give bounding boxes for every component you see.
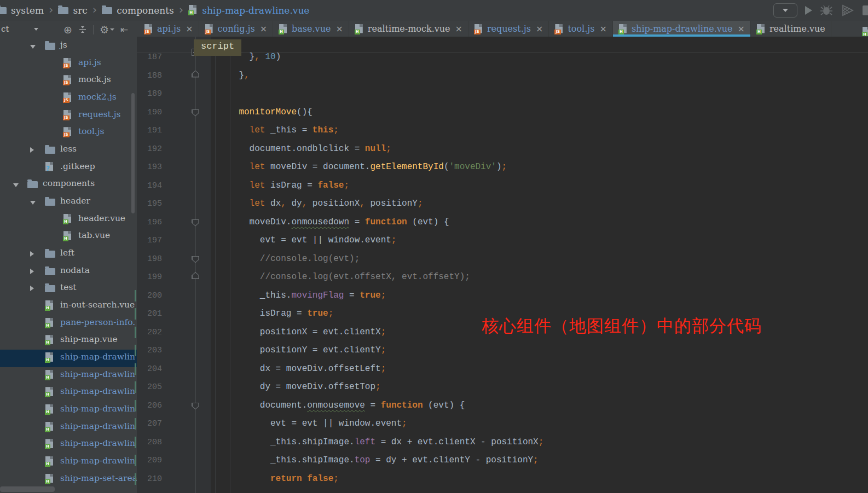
chevron-collapsed-icon[interactable] <box>30 286 34 291</box>
breadcrumb-tag-script[interactable]: script <box>194 39 241 56</box>
code-line[interactable]: 198 //console.log(evt); <box>137 250 868 269</box>
vue-file-icon: H <box>618 24 628 35</box>
tree-item-mock2.js[interactable]: JSmock2.js <box>0 90 137 107</box>
folder-icon <box>45 147 55 154</box>
code-line[interactable]: 203 positionY = evt.clientY; <box>137 341 868 360</box>
stop-icon[interactable] <box>863 5 868 15</box>
chevron-collapsed-icon[interactable] <box>30 269 34 274</box>
close-icon[interactable]: × <box>599 24 606 34</box>
tree-item-ship-map.vue[interactable]: Hship-map.vue <box>0 332 137 350</box>
tree-item-pane-person-info.[interactable]: Hpane-person-info. <box>0 315 137 333</box>
code-line[interactable]: 194 let isDrag = false; <box>137 177 868 195</box>
fold-marker-icon[interactable] <box>192 109 199 117</box>
tree-item-ship-map-drawlin[interactable]: Hship-map-drawlin <box>0 419 137 437</box>
tree-item-test[interactable]: test <box>0 280 137 298</box>
tree-item-components[interactable]: components <box>0 176 137 194</box>
fold-marker-icon[interactable] <box>192 272 199 279</box>
tree-item-header[interactable]: header <box>0 194 137 211</box>
tree-item-in-out-search.vue[interactable]: Hin-out-search.vue <box>0 298 137 315</box>
code-line[interactable]: 192 document.ondblclick = null; <box>137 140 868 159</box>
chevron-expanded-icon[interactable] <box>30 45 36 49</box>
close-icon[interactable]: × <box>738 24 745 34</box>
tree-item-header.vue[interactable]: Hheader.vue <box>0 211 137 229</box>
code-line[interactable]: 207 evt = evt || window.event; <box>137 415 868 433</box>
tree-item-ship-map-set-area[interactable]: Hship-map-set-area <box>0 471 137 489</box>
tree-item-left[interactable]: left <box>0 246 137 263</box>
tree-item-api.js[interactable]: JSapi.js <box>0 55 137 73</box>
debug-bug-icon[interactable] <box>820 4 833 17</box>
breadcrumb-label: src <box>73 5 87 16</box>
tree-item-nodata[interactable]: nodata <box>0 263 137 281</box>
code-line[interactable]: 206 document.onmousemove = function (evt… <box>137 397 868 415</box>
chevron-down-icon[interactable] <box>34 28 38 31</box>
tab-api.js[interactable]: JSapi.js× <box>138 21 199 37</box>
code-line[interactable]: 187 }, 10) <box>137 48 868 67</box>
tab-tool.js[interactable]: JStool.js× <box>549 21 612 37</box>
code-line[interactable]: 190 monitorMove(){ <box>137 103 868 122</box>
code-line[interactable]: 210 return false; <box>137 470 868 489</box>
breadcrumb-item[interactable]: src <box>58 5 87 16</box>
tree-item-tool.js[interactable]: JStool.js <box>0 124 137 142</box>
close-icon[interactable]: × <box>335 24 343 34</box>
tree-item-less[interactable]: less <box>0 142 137 159</box>
tab-config.js[interactable]: JSconfig.js× <box>199 21 273 37</box>
tree-item-.gitkeep[interactable]: ?.gitkeep <box>0 159 137 177</box>
code-line[interactable]: 204 dx = moveDiv.offsetLeft; <box>137 360 868 379</box>
tab-realtime-mock.vue[interactable]: Hrealtime-mock.vue× <box>349 21 468 37</box>
fold-marker-icon[interactable] <box>192 71 199 78</box>
tree-item-ship-map-drawlin[interactable]: Hship-map-drawlin <box>0 384 137 402</box>
tab-realtime.vue[interactable]: Hrealtime.vue <box>751 21 831 37</box>
collapse-all-icon[interactable] <box>78 25 87 34</box>
hide-panel-icon[interactable]: ⇤ <box>120 25 128 34</box>
code-line[interactable]: 193 let moveDiv = document.getElementByI… <box>137 158 868 177</box>
chevron-expanded-icon[interactable] <box>13 183 19 187</box>
tree-item-ship-map-drawlin[interactable]: Hship-map-drawlin <box>0 454 137 471</box>
tree-item-ship-map-drawlin[interactable]: Hship-map-drawlin <box>0 436 137 454</box>
code-line[interactable]: 197 evt = evt || window.event; <box>137 231 868 250</box>
tree-item-label: api.js <box>78 57 101 67</box>
fold-marker-icon[interactable] <box>192 256 199 263</box>
breadcrumb-item[interactable]: Hship-map-drawline.vue <box>188 5 309 16</box>
tab-request.js[interactable]: JSrequest.js× <box>468 21 549 37</box>
tree-vertical-scrollbar[interactable] <box>131 93 135 213</box>
tab-base.vue[interactable]: Hbase.vue× <box>273 21 349 37</box>
run-coverage-icon[interactable] <box>841 4 855 17</box>
code-line[interactable]: 191 let _this = this; <box>137 121 868 140</box>
code-line[interactable]: 195 let dx, dy, positionX, positionY; <box>137 195 868 213</box>
breadcrumb-item[interactable]: system <box>0 5 44 16</box>
tab-ship-map-drawline.vue[interactable]: Hship-map-drawline.vue× <box>613 21 751 37</box>
code-line[interactable]: 200 _this.movingFlag = true; <box>137 287 868 305</box>
locate-icon[interactable]: ⊕ <box>63 25 72 35</box>
close-icon[interactable]: × <box>260 24 267 34</box>
tree-item-ship-map-drawlin[interactable]: Hship-map-drawlin <box>0 367 137 385</box>
code-editor[interactable]: 187 }, 10)188 },189190 monitorMove(){191… <box>137 37 868 493</box>
fold-marker-icon[interactable] <box>192 219 199 227</box>
code-line[interactable]: 208 _this.shipImage.left = dx + evt.clie… <box>137 433 868 452</box>
code-line[interactable]: 205 dy = moveDiv.offsetTop; <box>137 378 868 397</box>
code-line[interactable]: 196 moveDiv.onmousedown = function (evt)… <box>137 213 868 232</box>
close-icon[interactable]: × <box>186 24 193 34</box>
tree-item-ship-map-drawlin[interactable]: Hship-map-drawlin <box>0 402 137 419</box>
code-line[interactable]: 189 <box>137 85 868 103</box>
fold-marker-icon[interactable] <box>192 403 199 410</box>
tree-item-request.js[interactable]: JSrequest.js <box>0 107 137 125</box>
run-config-dropdown[interactable] <box>773 3 797 18</box>
breadcrumb-separator: › <box>49 3 53 16</box>
tree-item-mock.js[interactable]: JSmock.js <box>0 72 137 90</box>
breadcrumb-item[interactable]: components <box>102 5 174 16</box>
run-icon[interactable] <box>805 6 812 15</box>
close-icon[interactable]: × <box>455 24 462 34</box>
tree-item-ship-map-drawlin[interactable]: Hship-map-drawlin <box>0 350 137 367</box>
project-selector-label[interactable]: ct <box>1 24 9 34</box>
code-line[interactable]: 188 }, <box>137 67 868 85</box>
tree-item-js[interactable]: js <box>0 38 137 55</box>
chevron-collapsed-icon[interactable] <box>30 251 34 257</box>
code-line[interactable]: 199 //console.log(evt.offsetX, evt.offse… <box>137 268 868 287</box>
settings-gear-icon[interactable]: ⚙ <box>100 25 114 35</box>
tree-item-tab.vue[interactable]: Htab.vue <box>0 228 137 246</box>
tree-horizontal-scrollbar[interactable] <box>0 486 55 492</box>
close-icon[interactable]: × <box>536 24 543 34</box>
chevron-collapsed-icon[interactable] <box>30 147 34 153</box>
chevron-expanded-icon[interactable] <box>30 201 36 205</box>
code-line[interactable]: 209 _this.shipImage.top = dy + evt.clien… <box>137 451 868 470</box>
